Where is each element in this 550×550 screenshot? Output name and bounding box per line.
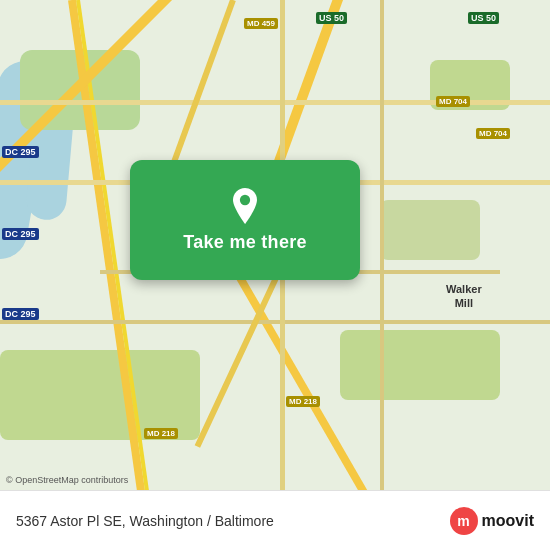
map-attribution: © OpenStreetMap contributors [6, 475, 128, 485]
location-pin-icon [227, 188, 263, 224]
label-us50-2: US 50 [468, 12, 499, 24]
bottom-bar: 5367 Astor Pl SE, Washington / Baltimore… [0, 490, 550, 550]
label-us50-1: US 50 [316, 12, 347, 24]
take-me-there-label: Take me there [183, 232, 307, 253]
label-md4: MD 218 [286, 396, 320, 407]
label-dc295-1: DC 295 [2, 146, 39, 158]
map-container: US 50 US 50 MD 459 MD 704 MD 704 DC 295 … [0, 0, 550, 550]
road-vert-2 [380, 0, 384, 550]
road-horiz-3 [0, 320, 550, 324]
label-md704-1: MD 704 [436, 96, 470, 107]
label-md218: MD 218 [144, 428, 178, 439]
label-md459: MD 459 [244, 18, 278, 29]
moovit-icon: m [450, 507, 478, 535]
take-me-there-button[interactable]: Take me there [130, 160, 360, 280]
moovit-logo: m moovit [450, 507, 534, 535]
place-walker-mill: WalkerMill [446, 282, 482, 311]
green-area-2 [0, 350, 200, 440]
green-area-3 [340, 330, 500, 400]
address-label: 5367 Astor Pl SE, Washington / Baltimore [16, 513, 274, 529]
label-md704-2: MD 704 [476, 128, 510, 139]
moovit-name: moovit [482, 512, 534, 530]
label-dc295-3: DC 295 [2, 308, 39, 320]
svg-point-0 [240, 194, 250, 204]
label-dc295-2: DC 295 [2, 228, 39, 240]
green-area-4 [380, 200, 480, 260]
